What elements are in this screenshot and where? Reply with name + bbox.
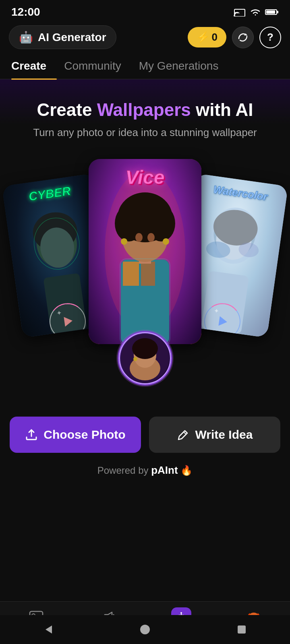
play-triangle	[64, 316, 73, 327]
brand-dot: 🔥	[180, 465, 193, 476]
back-button[interactable]	[36, 617, 60, 642]
svg-rect-20	[123, 262, 139, 286]
battery-icon	[265, 8, 279, 16]
svg-point-52	[140, 625, 150, 634]
card-vice-label: Vice	[126, 166, 165, 188]
home-icon	[139, 623, 151, 636]
energy-count: 0	[212, 31, 218, 43]
svg-point-46	[180, 612, 182, 614]
svg-point-36	[133, 357, 137, 361]
home-button[interactable]	[133, 617, 157, 642]
svg-marker-51	[46, 625, 52, 634]
hero-subtitle: Turn any photo or idea into a stunning w…	[12, 126, 278, 139]
upload-icon	[25, 428, 38, 441]
svg-point-35	[132, 338, 158, 359]
svg-rect-53	[238, 625, 246, 634]
refresh-icon	[238, 32, 248, 43]
svg-point-29	[121, 238, 127, 245]
powered-by: Powered by pAInt 🔥	[0, 457, 290, 484]
star-deco-1: ✦	[56, 309, 62, 317]
play-triangle-right	[218, 316, 228, 327]
svg-rect-21	[141, 262, 155, 286]
top-right-buttons: ⚡ 0 ?	[188, 27, 281, 48]
tab-bar: Create Community My Generations	[0, 52, 290, 79]
svg-point-30	[163, 238, 169, 245]
write-idea-label: Write Idea	[195, 428, 253, 442]
avatar-person	[121, 334, 169, 382]
robot-icon: 🤖	[19, 31, 33, 44]
pen-icon	[177, 428, 190, 441]
hero-title: Create Wallpapers with AI	[12, 99, 278, 121]
refresh-button[interactable]	[232, 27, 254, 48]
hero-title-part1: Create	[37, 100, 92, 120]
question-icon: ?	[267, 31, 273, 43]
status-icons	[234, 8, 279, 17]
top-bar: 🤖 AI Generator ⚡ 0 ?	[0, 22, 290, 52]
hero-title-part3: with AI	[196, 100, 253, 120]
svg-point-1	[234, 15, 235, 17]
app-title-text: AI Generator	[38, 31, 106, 44]
hero-title-part2: Wallpapers	[97, 100, 196, 120]
card-vice-person	[89, 171, 201, 344]
powered-by-prefix: Powered by	[97, 465, 149, 476]
tab-my-generations[interactable]: My Generations	[139, 52, 229, 79]
recent-icon	[236, 623, 248, 636]
tab-create[interactable]: Create	[11, 52, 57, 79]
recent-button[interactable]	[230, 617, 254, 642]
help-button[interactable]: ?	[259, 27, 281, 48]
app-title-button[interactable]: 🤖 AI Generator	[9, 25, 116, 49]
wifi-icon	[250, 8, 261, 17]
svg-rect-3	[266, 10, 275, 14]
svg-point-28	[147, 233, 155, 242]
svg-point-27	[135, 233, 143, 242]
cast-icon	[234, 8, 246, 17]
choose-photo-label: Choose Photo	[44, 428, 125, 442]
tab-community[interactable]: Community	[64, 52, 132, 79]
card-vice[interactable]: Vice	[89, 159, 201, 344]
back-icon	[42, 623, 54, 636]
center-avatar[interactable]	[119, 332, 171, 384]
status-time: 12:00	[11, 6, 40, 19]
svg-rect-4	[277, 11, 278, 13]
write-idea-button[interactable]: Write Idea	[149, 417, 280, 453]
star-deco-2: ✦	[213, 307, 220, 315]
lightning-icon: ⚡	[197, 31, 209, 43]
action-buttons: Choose Photo Write Idea	[0, 405, 290, 457]
status-bar: 12:00	[0, 0, 290, 22]
choose-photo-button[interactable]: Choose Photo	[10, 417, 141, 453]
hero-section: Create Wallpapers with AI Turn any photo…	[0, 79, 290, 155]
brand-name: pAInt	[151, 464, 178, 476]
energy-button[interactable]: ⚡ 0	[188, 27, 226, 47]
cards-area: CYBER ✦ Watercolor	[0, 155, 290, 405]
